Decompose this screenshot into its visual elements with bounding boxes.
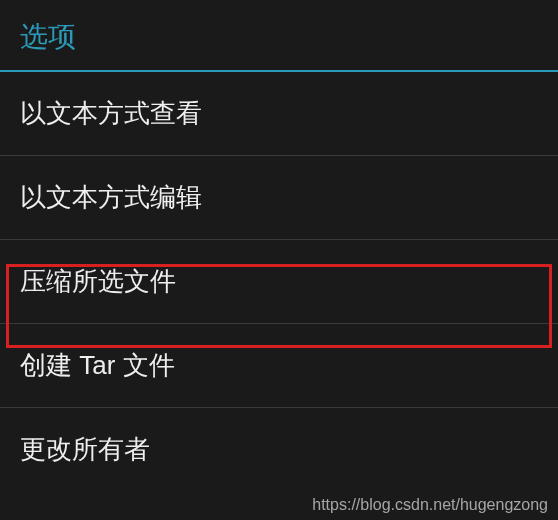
options-dialog: 选项 以文本方式查看 以文本方式编辑 压缩所选文件 创建 Tar 文件 更改所有… (0, 0, 558, 520)
menu-item-compress-selected[interactable]: 压缩所选文件 (0, 240, 558, 324)
options-menu-list: 以文本方式查看 以文本方式编辑 压缩所选文件 创建 Tar 文件 更改所有者 (0, 72, 558, 491)
menu-item-edit-as-text[interactable]: 以文本方式编辑 (0, 156, 558, 240)
menu-item-view-as-text[interactable]: 以文本方式查看 (0, 72, 558, 156)
menu-item-label: 压缩所选文件 (20, 266, 176, 296)
menu-item-label: 更改所有者 (20, 434, 150, 464)
menu-item-change-owner[interactable]: 更改所有者 (0, 408, 558, 491)
menu-item-label: 以文本方式编辑 (20, 182, 202, 212)
watermark-text: https://blog.csdn.net/hugengzong (312, 496, 548, 514)
menu-item-label: 以文本方式查看 (20, 98, 202, 128)
menu-item-create-tar[interactable]: 创建 Tar 文件 (0, 324, 558, 408)
dialog-title: 选项 (20, 18, 538, 56)
dialog-header: 选项 (0, 0, 558, 72)
menu-item-label: 创建 Tar 文件 (20, 350, 175, 380)
